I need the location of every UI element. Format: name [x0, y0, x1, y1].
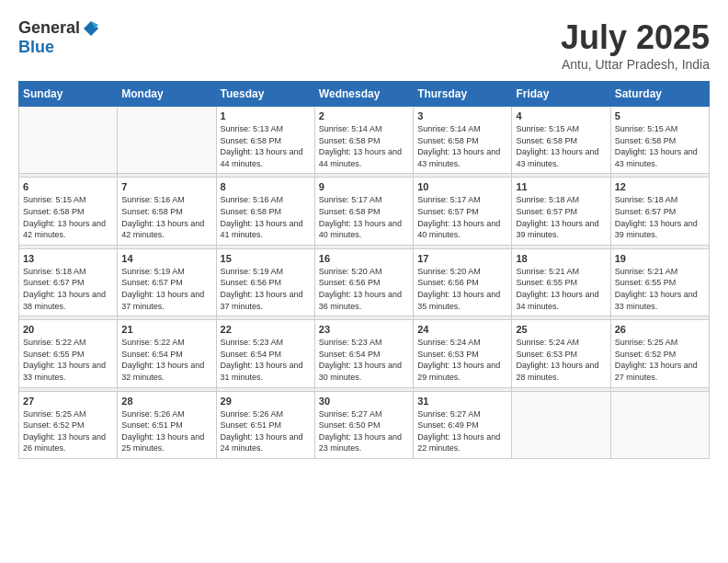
day-cell: 21Sunrise: 5:22 AM Sunset: 6:54 PM Dayli… — [118, 320, 216, 387]
day-number: 30 — [319, 396, 409, 407]
day-number: 24 — [417, 324, 507, 335]
day-cell: 30Sunrise: 5:27 AM Sunset: 6:50 PM Dayli… — [314, 391, 413, 458]
day-number: 5 — [615, 110, 705, 121]
day-info: Sunrise: 5:14 AM Sunset: 6:58 PM Dayligh… — [319, 123, 409, 169]
day-info: Sunrise: 5:19 AM Sunset: 6:57 PM Dayligh… — [121, 266, 211, 312]
day-info: Sunrise: 5:23 AM Sunset: 6:54 PM Dayligh… — [319, 337, 409, 383]
day-cell: 28Sunrise: 5:26 AM Sunset: 6:51 PM Dayli… — [118, 391, 216, 458]
day-info: Sunrise: 5:18 AM Sunset: 6:57 PM Dayligh… — [23, 266, 113, 312]
day-number: 29 — [221, 396, 311, 407]
day-info: Sunrise: 5:18 AM Sunset: 6:57 PM Dayligh… — [516, 194, 606, 240]
logo: General Blue — [18, 18, 100, 57]
day-number: 31 — [417, 396, 507, 407]
day-cell: 19Sunrise: 5:21 AM Sunset: 6:55 PM Dayli… — [610, 248, 709, 316]
day-number: 20 — [23, 324, 113, 335]
day-number: 16 — [319, 253, 409, 264]
day-number: 8 — [221, 181, 311, 192]
day-info: Sunrise: 5:17 AM Sunset: 6:58 PM Dayligh… — [319, 194, 409, 240]
day-number: 23 — [319, 324, 409, 335]
day-cell: 20Sunrise: 5:22 AM Sunset: 6:55 PM Dayli… — [19, 320, 118, 387]
day-cell: 22Sunrise: 5:23 AM Sunset: 6:54 PM Dayli… — [216, 320, 314, 387]
location: Antu, Uttar Pradesh, India — [561, 57, 710, 72]
day-info: Sunrise: 5:27 AM Sunset: 6:49 PM Dayligh… — [417, 408, 507, 454]
day-info: Sunrise: 5:22 AM Sunset: 6:54 PM Dayligh… — [121, 337, 211, 383]
day-number: 11 — [516, 181, 606, 192]
day-number: 26 — [615, 324, 705, 335]
day-number: 21 — [121, 324, 211, 335]
title-section: July 2025 Antu, Uttar Pradesh, India — [561, 18, 710, 72]
day-info: Sunrise: 5:21 AM Sunset: 6:55 PM Dayligh… — [615, 266, 705, 312]
day-cell: 2Sunrise: 5:14 AM Sunset: 6:58 PM Daylig… — [314, 107, 413, 174]
day-number: 25 — [516, 324, 606, 335]
day-cell: 14Sunrise: 5:19 AM Sunset: 6:57 PM Dayli… — [118, 248, 216, 316]
day-cell: 6Sunrise: 5:15 AM Sunset: 6:58 PM Daylig… — [19, 178, 118, 245]
weekday-header-wednesday: Wednesday — [314, 82, 413, 107]
day-number: 6 — [23, 181, 113, 192]
day-cell: 4Sunrise: 5:15 AM Sunset: 6:58 PM Daylig… — [512, 107, 610, 174]
day-cell: 31Sunrise: 5:27 AM Sunset: 6:49 PM Dayli… — [414, 391, 512, 458]
svg-marker-0 — [84, 21, 98, 36]
weekday-header-friday: Friday — [512, 82, 610, 107]
day-info: Sunrise: 5:24 AM Sunset: 6:53 PM Dayligh… — [516, 337, 606, 383]
day-cell: 25Sunrise: 5:24 AM Sunset: 6:53 PM Dayli… — [512, 320, 610, 387]
day-number: 27 — [23, 396, 113, 407]
day-info: Sunrise: 5:19 AM Sunset: 6:56 PM Dayligh… — [221, 266, 311, 312]
day-number: 7 — [121, 181, 211, 192]
day-info: Sunrise: 5:15 AM Sunset: 6:58 PM Dayligh… — [615, 123, 705, 169]
day-cell: 16Sunrise: 5:20 AM Sunset: 6:56 PM Dayli… — [314, 248, 413, 316]
day-cell: 11Sunrise: 5:18 AM Sunset: 6:57 PM Dayli… — [512, 178, 610, 245]
day-number: 13 — [23, 253, 113, 264]
weekday-header-tuesday: Tuesday — [216, 82, 314, 107]
day-number: 3 — [417, 110, 507, 121]
day-cell: 13Sunrise: 5:18 AM Sunset: 6:57 PM Dayli… — [19, 248, 118, 316]
weekday-header-row: SundayMondayTuesdayWednesdayThursdayFrid… — [19, 82, 710, 107]
day-cell: 12Sunrise: 5:18 AM Sunset: 6:57 PM Dayli… — [610, 178, 709, 245]
day-info: Sunrise: 5:13 AM Sunset: 6:58 PM Dayligh… — [221, 123, 311, 169]
day-number: 2 — [319, 110, 409, 121]
day-cell — [610, 391, 709, 458]
day-cell — [19, 107, 118, 174]
day-info: Sunrise: 5:22 AM Sunset: 6:55 PM Dayligh… — [23, 337, 113, 383]
day-cell: 15Sunrise: 5:19 AM Sunset: 6:56 PM Dayli… — [216, 248, 314, 316]
day-info: Sunrise: 5:25 AM Sunset: 6:52 PM Dayligh… — [615, 337, 705, 383]
day-info: Sunrise: 5:26 AM Sunset: 6:51 PM Dayligh… — [221, 408, 311, 454]
weekday-header-monday: Monday — [118, 82, 216, 107]
day-cell: 17Sunrise: 5:20 AM Sunset: 6:56 PM Dayli… — [414, 248, 512, 316]
day-info: Sunrise: 5:15 AM Sunset: 6:58 PM Dayligh… — [23, 194, 113, 240]
week-row-4: 20Sunrise: 5:22 AM Sunset: 6:55 PM Dayli… — [19, 320, 710, 387]
day-info: Sunrise: 5:21 AM Sunset: 6:55 PM Dayligh… — [516, 266, 606, 312]
day-cell: 9Sunrise: 5:17 AM Sunset: 6:58 PM Daylig… — [314, 178, 413, 245]
day-number: 22 — [221, 324, 311, 335]
weekday-header-saturday: Saturday — [610, 82, 709, 107]
day-cell: 8Sunrise: 5:16 AM Sunset: 6:58 PM Daylig… — [216, 178, 314, 245]
day-cell: 24Sunrise: 5:24 AM Sunset: 6:53 PM Dayli… — [414, 320, 512, 387]
page-header: General Blue July 2025 Antu, Uttar Prade… — [18, 18, 710, 72]
day-number: 28 — [121, 396, 211, 407]
day-number: 15 — [221, 253, 311, 264]
day-cell: 3Sunrise: 5:14 AM Sunset: 6:58 PM Daylig… — [414, 107, 512, 174]
day-info: Sunrise: 5:20 AM Sunset: 6:56 PM Dayligh… — [417, 266, 507, 312]
week-row-2: 6Sunrise: 5:15 AM Sunset: 6:58 PM Daylig… — [19, 178, 710, 245]
day-info: Sunrise: 5:15 AM Sunset: 6:58 PM Dayligh… — [516, 123, 606, 169]
weekday-header-sunday: Sunday — [19, 82, 118, 107]
weekday-header-thursday: Thursday — [414, 82, 512, 107]
day-number: 9 — [319, 181, 409, 192]
day-info: Sunrise: 5:24 AM Sunset: 6:53 PM Dayligh… — [417, 337, 507, 383]
logo-icon — [82, 19, 100, 38]
day-cell: 1Sunrise: 5:13 AM Sunset: 6:58 PM Daylig… — [216, 107, 314, 174]
day-number: 17 — [417, 253, 507, 264]
day-number: 4 — [516, 110, 606, 121]
day-info: Sunrise: 5:18 AM Sunset: 6:57 PM Dayligh… — [615, 194, 705, 240]
day-info: Sunrise: 5:26 AM Sunset: 6:51 PM Dayligh… — [121, 408, 211, 454]
day-info: Sunrise: 5:14 AM Sunset: 6:58 PM Dayligh… — [417, 123, 507, 169]
day-info: Sunrise: 5:17 AM Sunset: 6:57 PM Dayligh… — [417, 194, 507, 240]
day-info: Sunrise: 5:27 AM Sunset: 6:50 PM Dayligh… — [319, 408, 409, 454]
day-info: Sunrise: 5:16 AM Sunset: 6:58 PM Dayligh… — [221, 194, 311, 240]
day-info: Sunrise: 5:25 AM Sunset: 6:52 PM Dayligh… — [23, 408, 113, 454]
day-info: Sunrise: 5:16 AM Sunset: 6:58 PM Dayligh… — [121, 194, 211, 240]
day-cell — [512, 391, 610, 458]
week-row-1: 1Sunrise: 5:13 AM Sunset: 6:58 PM Daylig… — [19, 107, 710, 174]
day-cell: 23Sunrise: 5:23 AM Sunset: 6:54 PM Dayli… — [314, 320, 413, 387]
day-info: Sunrise: 5:23 AM Sunset: 6:54 PM Dayligh… — [221, 337, 311, 383]
day-cell: 7Sunrise: 5:16 AM Sunset: 6:58 PM Daylig… — [118, 178, 216, 245]
